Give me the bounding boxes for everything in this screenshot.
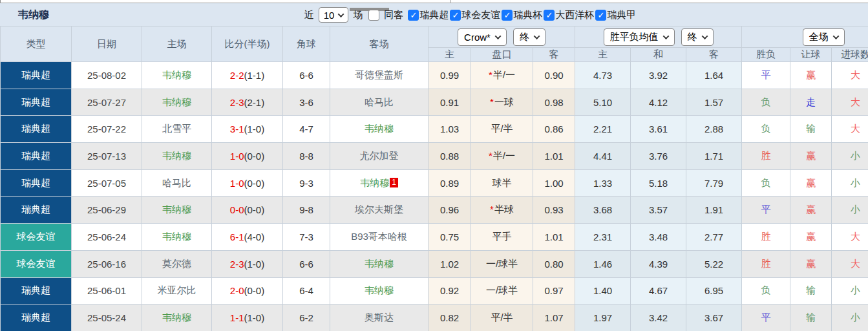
league-filter-3[interactable]: ✓瑞典杯 <box>502 9 542 21</box>
handicap-line-cell: 一/球半 <box>471 277 533 304</box>
handicap-odds-home-cell: 0.82 <box>429 304 471 331</box>
away-team-cell[interactable]: 韦纳穆 <box>330 277 429 304</box>
goals-result-cell: 小 <box>832 197 868 224</box>
league-filter-5[interactable]: ✓瑞典甲 <box>595 9 636 21</box>
col-header-result: 胜负 <box>742 48 790 62</box>
checkbox-icon[interactable]: ✓ <box>595 10 606 21</box>
mean-time-select[interactable]: 终 <box>681 28 714 46</box>
mean-away-odds-cell: 1.91 <box>686 197 742 224</box>
odds-time-select[interactable]: 终 <box>513 28 545 46</box>
result-scope-select[interactable]: 全场 <box>803 28 845 46</box>
handicap-line-cell: 一/球半 <box>471 250 533 277</box>
half-time-score: (0-0) <box>244 178 265 189</box>
home-team-cell[interactable]: 北雪平 <box>142 116 212 143</box>
score-cell: 1-0(0-0) <box>212 143 283 170</box>
league-filter-2[interactable]: ✓球会友谊 <box>450 9 500 21</box>
half-time-score: (0-0) <box>244 204 265 215</box>
away-team-cell[interactable]: B93哥本哈根 <box>330 224 429 251</box>
home-team-cell[interactable]: 韦纳穆 <box>142 62 212 89</box>
handicap-line-cell: 平/半 <box>471 304 533 331</box>
checkbox-icon[interactable]: ✓ <box>502 10 513 21</box>
home-team-cell[interactable]: 韦纳穆 <box>142 304 212 331</box>
same-opponent-checkbox[interactable] <box>368 10 379 21</box>
score-cell: 6-1(4-0) <box>212 224 283 251</box>
half-time-score: (1-1) <box>244 70 265 81</box>
col-header-mean-away: 客 <box>686 48 742 62</box>
away-team-cell[interactable]: 韦纳穆 <box>330 116 429 143</box>
team-name: 韦纳穆 <box>360 177 389 188</box>
col-header-away: 客场 <box>330 27 429 62</box>
home-team-cell[interactable]: 韦纳穆 <box>142 197 212 224</box>
mean-draw-odds-cell: 3.57 <box>631 197 686 224</box>
away-team-cell[interactable]: 哥德堡盖斯 <box>330 62 429 89</box>
home-team-cell[interactable]: 哈马比 <box>142 169 212 197</box>
same-opponent-filter[interactable]: 同客 <box>368 9 403 21</box>
table-row: 瑞典超 25-07-05 哈马比 1-0(0-0) 9-3 韦纳穆1 0.89 … <box>1 169 868 197</box>
mean-time-value: 终 <box>688 31 697 43</box>
date-cell: 25-07-27 <box>72 89 142 116</box>
handicap-odds-home-cell: 0.99 <box>429 62 471 89</box>
score-cell: 2-2(1-1) <box>212 62 283 89</box>
away-team-cell[interactable]: 尤尔加登 <box>330 143 429 170</box>
table-row: 瑞典超 25-08-02 韦纳穆 2-2(1-1) 6-6 哥德堡盖斯 0.99… <box>1 62 868 89</box>
handicap-odds-home-cell: 1.02 <box>429 250 471 277</box>
score-cell: 2-3(1-0) <box>212 250 283 277</box>
away-team-cell[interactable]: 韦纳穆1 <box>330 169 429 197</box>
league-filter-4[interactable]: ✓大西洋杯 <box>544 9 594 21</box>
recent-count-value: 10 <box>324 10 335 21</box>
handicap-result-cell: 输 <box>790 116 832 143</box>
handicap-odds-away-cell: 1.01 <box>533 224 575 251</box>
team-name: 埃尔夫斯堡 <box>355 204 403 215</box>
col-header-goals: 进球数 <box>832 48 868 62</box>
odds-company-select[interactable]: Crow* <box>458 28 507 46</box>
handicap-star: * <box>489 150 492 161</box>
col-header-corners: 角球 <box>283 27 330 62</box>
handicap-odds-home-cell: 0.92 <box>429 277 471 304</box>
handicap-result-cell: 赢 <box>790 143 832 170</box>
corners-cell: 7-3 <box>283 224 330 251</box>
title-bar: 韦纳穆 近 10 场 同客 ✓瑞典超✓球会友谊✓瑞典杯✓大西洋杯✓瑞典甲 <box>0 4 868 26</box>
matches-tbody: 瑞典超 25-08-02 韦纳穆 2-2(1-1) 6-6 哥德堡盖斯 0.99… <box>1 62 868 331</box>
handicap-line-cell: *半/一 <box>471 62 533 89</box>
handicap-result-cell: 赢 <box>790 169 832 197</box>
date-cell: 25-07-13 <box>72 143 142 170</box>
date-cell: 25-05-24 <box>72 304 142 331</box>
home-team-cell[interactable]: 韦纳穆 <box>142 89 212 116</box>
away-team-cell[interactable]: 奥斯达 <box>330 304 429 331</box>
mean-away-odds-cell: 1.57 <box>686 89 742 116</box>
team-name: 韦纳穆 <box>365 258 394 269</box>
col-header-handicap-result: 让球 <box>790 48 832 62</box>
checkbox-icon[interactable]: ✓ <box>544 10 555 21</box>
result-cell: 胜 <box>742 250 790 277</box>
corners-cell: 9-3 <box>283 169 330 197</box>
home-team-cell[interactable]: 韦纳穆 <box>142 224 212 251</box>
league-filter-label: 球会友谊 <box>461 9 500 21</box>
mean-home-odds-cell: 2.31 <box>575 224 631 251</box>
chevron-down-icon <box>494 33 501 39</box>
final-score: 2-3 <box>230 259 244 270</box>
recent-count-select[interactable]: 10 <box>319 7 349 23</box>
mean-away-odds-cell: 3.67 <box>686 304 742 331</box>
home-team-cell[interactable]: 韦纳穆 <box>142 143 212 170</box>
league-cell: 瑞典超 <box>1 304 72 331</box>
final-score: 1-0 <box>230 178 244 189</box>
checkbox-icon[interactable]: ✓ <box>408 10 419 21</box>
league-filters: ✓瑞典超✓球会友谊✓瑞典杯✓大西洋杯✓瑞典甲 <box>408 9 636 21</box>
half-time-score: (1-0) <box>244 123 265 134</box>
table-row: 瑞典超 25-07-27 韦纳穆 2-3(2-1) 3-6 哈马比 0.91 *… <box>1 89 868 116</box>
mean-away-odds-cell: 2.88 <box>686 116 742 143</box>
corners-cell: 9-8 <box>283 197 330 224</box>
handicap-odds-away-cell: 0.80 <box>533 250 575 277</box>
goals-result-cell: 大 <box>832 250 868 277</box>
odds-company-value: Crow* <box>464 32 491 43</box>
away-team-cell[interactable]: 韦纳穆 <box>330 250 429 277</box>
away-team-cell[interactable]: 埃尔夫斯堡 <box>330 197 429 224</box>
checkbox-icon[interactable]: ✓ <box>450 10 461 21</box>
handicap-odds-away-cell: 0.86 <box>533 116 575 143</box>
mean-type-select[interactable]: 胜平负均值 <box>604 28 675 46</box>
home-team-cell[interactable]: 莫尔德 <box>142 250 212 277</box>
handicap-odds-home-cell: 0.89 <box>429 169 471 197</box>
home-team-cell[interactable]: 米亚尔比 <box>142 277 212 304</box>
away-team-cell[interactable]: 哈马比 <box>330 89 429 116</box>
league-filter-1[interactable]: ✓瑞典超 <box>408 9 449 21</box>
